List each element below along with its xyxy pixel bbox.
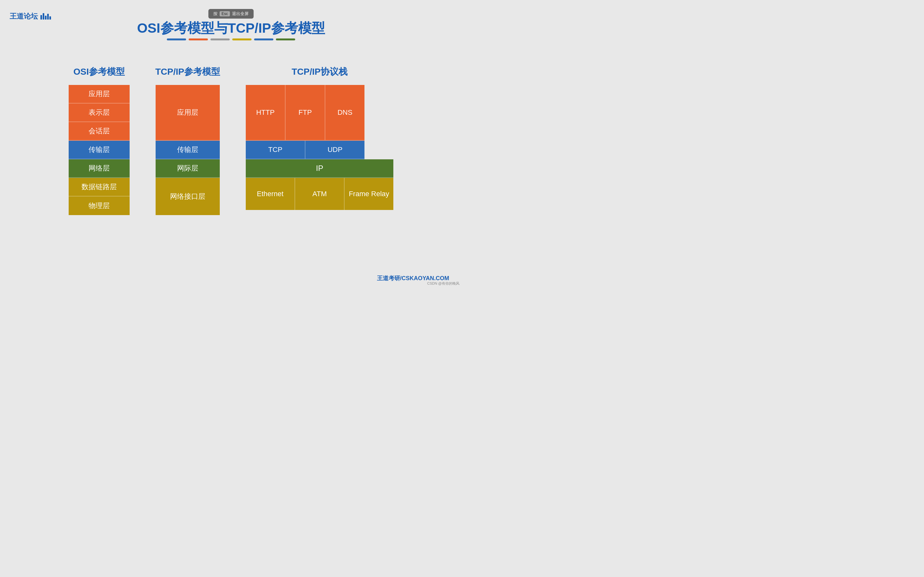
osi-layer-4: 传输层 [69, 141, 129, 159]
cb-orange [189, 39, 208, 40]
osi-title: OSI参考模型 [73, 66, 125, 78]
logo-bars [40, 13, 51, 19]
proto-row-transport: TCP UDP [246, 141, 365, 159]
osi-layer-3: 网络层 [69, 159, 129, 178]
osi-layer-7: 应用层 [69, 85, 129, 103]
proto-ip: IP [246, 159, 393, 177]
proto-ethernet: Ethernet [246, 178, 295, 210]
logo-bar-2 [43, 13, 44, 19]
logo-bar-1 [40, 15, 42, 19]
osi-layer-2: 数据链路层 [69, 178, 129, 197]
tcpip-stack: 应用层 传输层 网际层 网络接口层 [156, 85, 220, 215]
proto-dns: DNS [325, 85, 365, 140]
tcpip-transport: 传输层 [156, 141, 220, 159]
tcpip-internet: 网际层 [156, 159, 220, 178]
exit-label: 退出全屏 [232, 11, 249, 17]
proto-tcp: TCP [246, 141, 305, 159]
proto-framerelay: Frame Relay [344, 178, 393, 210]
logo-bar-5 [49, 16, 51, 19]
tcpip-section: TCP/IP参考模型 应用层 传输层 网际层 网络接口层 [155, 66, 220, 215]
proto-http: HTTP [246, 85, 286, 140]
press-label: 按 [213, 11, 218, 17]
osi-stack: 应用层 表示层 会话层 传输层 网络层 数据链路层 物理层 [69, 85, 129, 215]
cb-blue1 [167, 39, 186, 40]
cb-yellow [232, 39, 252, 40]
cb-gray [210, 39, 230, 40]
footer-csdn: CSDN @有你的晚风 [427, 281, 459, 286]
osi-section: OSI参考模型 应用层 表示层 会话层 传输层 网络层 数据链路层 物理层 [69, 66, 129, 215]
cb-green [276, 39, 295, 40]
logo: 王道论坛 [10, 11, 51, 21]
tcpip-title: TCP/IP参考模型 [155, 66, 220, 78]
proto-row-ip: IP [246, 159, 393, 178]
content-area: OSI参考模型 应用层 表示层 会话层 传输层 网络层 数据链路层 物理层 [0, 50, 462, 269]
proto-title: TCP/IP协议栈 [292, 66, 347, 78]
tcpip-app: 应用层 [156, 85, 220, 141]
logo-bar-4 [47, 14, 49, 19]
proto-udp: UDP [305, 141, 365, 159]
main-title: OSI参考模型与TCP/IP参考模型 [137, 19, 325, 37]
osi-layer-5: 会话层 [69, 122, 129, 141]
logo-text: 王道论坛 [10, 11, 38, 21]
logo-bar-3 [45, 16, 47, 19]
color-bar [167, 39, 295, 40]
esc-key: Esc [220, 11, 230, 16]
proto-wrap: HTTP FTP DNS TCP UDP [246, 85, 393, 210]
proto-row-app: HTTP FTP DNS [246, 85, 365, 141]
proto-row-link: Ethernet ATM Frame Relay [246, 178, 393, 210]
proto-section: TCP/IP协议栈 HTTP FTP DNS TCP UD [246, 66, 393, 210]
osi-layer-6: 表示层 [69, 103, 129, 122]
osi-layer-1: 物理层 [69, 197, 129, 215]
tcpip-netaccess: 网络接口层 [156, 178, 220, 215]
proto-ftp: FTP [286, 85, 325, 140]
esc-hint: 按 Esc 退出全屏 [208, 9, 254, 19]
proto-atm: ATM [295, 178, 344, 210]
cb-blue2 [254, 39, 273, 40]
